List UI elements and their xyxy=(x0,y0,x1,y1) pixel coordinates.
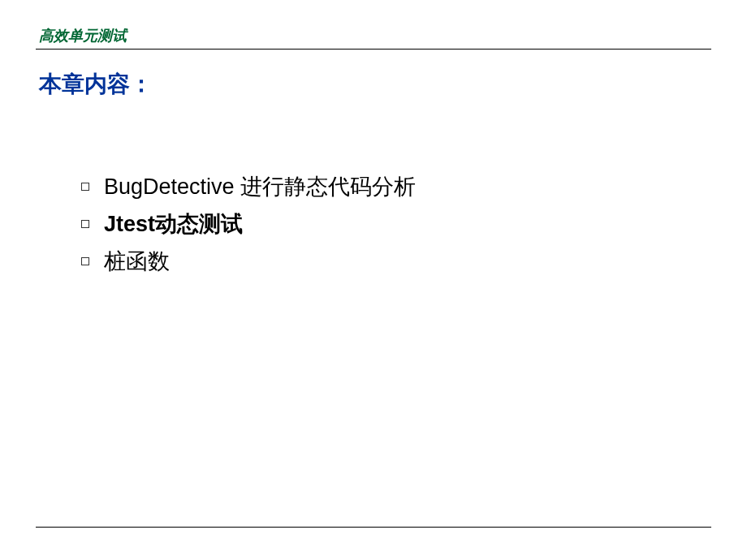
list-item: Jtest动态测试 xyxy=(81,209,416,239)
list-item: BugDetective 进行静态代码分析 xyxy=(81,172,416,201)
page-header-title: 高效单元测试 xyxy=(39,26,127,45)
section-title: 本章内容： xyxy=(39,69,153,100)
list-item-text: 桩函数 xyxy=(104,247,170,276)
square-bullet-icon xyxy=(81,220,89,228)
list-item-text: BugDetective 进行静态代码分析 xyxy=(104,172,416,201)
list-item: 桩函数 xyxy=(81,247,416,276)
header-divider xyxy=(36,49,711,50)
square-bullet-icon xyxy=(81,257,89,265)
list-item-text: Jtest动态测试 xyxy=(104,209,243,239)
square-bullet-icon xyxy=(81,183,89,191)
footer-divider xyxy=(36,527,711,528)
content-list: BugDetective 进行静态代码分析 Jtest动态测试 桩函数 xyxy=(81,172,416,284)
